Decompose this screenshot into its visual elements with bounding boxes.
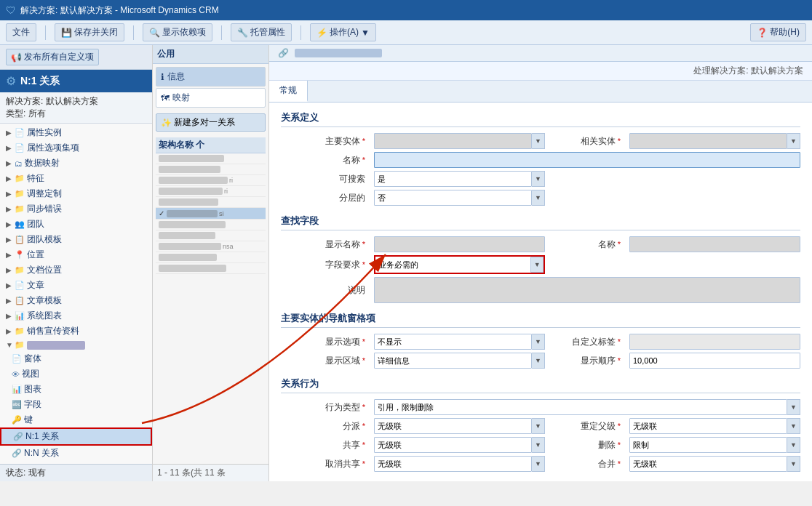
display-order-field[interactable] — [629, 353, 800, 369]
tab-general[interactable]: 常规 — [269, 81, 308, 102]
share-dropdown[interactable]: ▼ — [532, 437, 545, 453]
tree-item-system-charts[interactable]: ▶ 📊 系统图表 — [0, 308, 152, 324]
primary-entity-field[interactable]: ▼ — [374, 133, 545, 149]
list-item[interactable]: nsa — [156, 241, 266, 252]
managed-props-button[interactable]: 🔧 托管属性 — [231, 23, 292, 41]
related-entity-dropdown[interactable]: ▼ — [787, 133, 800, 149]
merge-field[interactable]: ▼ — [629, 456, 800, 472]
assign-field[interactable]: ▼ — [374, 418, 545, 434]
save-close-button[interactable]: 💾 保存并关闭 — [55, 23, 124, 41]
unshare-input[interactable] — [374, 456, 532, 472]
behavior-type-field[interactable]: ▼ — [374, 399, 800, 415]
delete-field[interactable]: ▼ — [629, 437, 800, 453]
searchable-field[interactable]: ▼ — [374, 171, 545, 187]
list-item[interactable] — [156, 153, 266, 164]
merge-dropdown[interactable]: ▼ — [787, 456, 800, 472]
tree-subitem-keys[interactable]: 🔑 键 — [0, 412, 152, 427]
display-area-field[interactable]: ▼ — [374, 353, 545, 369]
assign-input[interactable] — [374, 418, 532, 434]
file-button[interactable]: 文件 — [6, 23, 36, 41]
primary-entity-dropdown[interactable]: ▼ — [532, 133, 545, 149]
publish-button[interactable]: 📢 发布所有自定义项 — [6, 49, 99, 65]
share-field[interactable]: ▼ — [374, 437, 545, 453]
name2-field[interactable] — [629, 236, 800, 252]
list-item[interactable]: ri — [156, 186, 266, 197]
hierarchical-dropdown[interactable]: ▼ — [532, 190, 545, 206]
name-blurred[interactable] — [374, 152, 800, 168]
list-item[interactable] — [156, 220, 266, 230]
tree-item-data-map[interactable]: ▶ 🗂 数据映射 — [0, 156, 152, 171]
display-option-field[interactable]: ▼ — [374, 334, 545, 350]
assign-dropdown[interactable]: ▼ — [532, 418, 545, 434]
tree-subitem-nn-relations[interactable]: 🔗 N:N 关系 — [0, 446, 152, 461]
new-relation-button[interactable]: ✨ 新建多对一关系 — [156, 113, 266, 132]
tree-item-characteristics[interactable]: ▶ 📁 特征 — [0, 171, 152, 186]
display-area-input[interactable] — [374, 353, 532, 369]
field-requirement-input[interactable] — [375, 257, 531, 273]
reassign-dropdown[interactable]: ▼ — [787, 418, 800, 434]
nav-item-info[interactable]: ℹ 信息 — [156, 67, 266, 87]
field-requirement-container[interactable]: ▼ — [374, 255, 545, 274]
list-item[interactable] — [156, 230, 266, 241]
share-input[interactable] — [374, 437, 532, 453]
show-dependency-button[interactable]: 🔍 显示依赖项 — [143, 23, 212, 41]
tree-item-sync-errors[interactable]: ▶ 📁 同步错误 — [0, 201, 152, 217]
tree-item-property-instances[interactable]: ▶ 📄 属性实例 — [0, 125, 152, 140]
tree-subitem-forms[interactable]: 📄 窗体 — [0, 351, 152, 366]
nav-item-mapping[interactable]: 🗺 映射 — [156, 88, 266, 108]
tree-item-property-options[interactable]: ▶ 📄 属性选项集项 — [0, 140, 152, 156]
description-blurred[interactable] — [374, 277, 800, 303]
hierarchical-input[interactable] — [374, 190, 532, 206]
expand-icon: ▶ — [6, 174, 13, 182]
delete-dropdown[interactable]: ▼ — [787, 437, 800, 453]
behavior-type-input[interactable] — [374, 399, 787, 415]
list-item[interactable] — [156, 252, 266, 263]
display-option-input[interactable] — [374, 334, 532, 350]
reassign-field[interactable]: ▼ — [629, 418, 800, 434]
list-item[interactable] — [156, 164, 266, 175]
help-button[interactable]: ❓ 帮助(H) — [750, 23, 806, 41]
searchable-input[interactable] — [374, 171, 532, 187]
list-item[interactable]: ri — [156, 175, 266, 186]
tree-subitem-n1-relations[interactable]: 🔗 N:1 关系 — [0, 427, 152, 446]
item-tag: ri — [229, 177, 233, 184]
display-area-dropdown[interactable]: ▼ — [532, 353, 545, 369]
merge-input[interactable] — [629, 456, 787, 472]
unshare-field[interactable]: ▼ — [374, 456, 545, 472]
field-requirement-dropdown[interactable]: ▼ — [531, 257, 544, 273]
tree-item-entity-group[interactable]: ▼ 📁 — [0, 339, 152, 351]
list-item[interactable] — [156, 197, 266, 208]
related-entity-field[interactable]: ▼ — [629, 133, 800, 149]
actions-button[interactable]: ⚡ 操作(A) ▼ — [310, 23, 376, 41]
tree-subitem-views[interactable]: 👁 视图 — [0, 366, 152, 382]
display-order-input[interactable] — [629, 353, 800, 369]
delete-input[interactable] — [629, 437, 787, 453]
behavior-type-dropdown[interactable]: ▼ — [787, 399, 800, 415]
display-name-field[interactable] — [374, 236, 545, 252]
tree-subitem-charts[interactable]: 📊 图表 — [0, 382, 152, 397]
list-item[interactable] — [156, 263, 266, 274]
tree-item-locations[interactable]: ▶ 📍 位置 — [0, 247, 152, 262]
tree-item-team-templates[interactable]: ▶ 📋 团队模板 — [0, 232, 152, 247]
relation-definition-title: 关系定义 — [281, 111, 800, 127]
tree-label: 销售宣传资料 — [27, 325, 79, 337]
hierarchical-field[interactable]: ▼ — [374, 190, 545, 206]
display-option-dropdown[interactable]: ▼ — [532, 334, 545, 350]
tree-item-article-templates[interactable]: ▶ 📋 文章模板 — [0, 293, 152, 308]
tree-item-sales-materials[interactable]: ▶ 📁 销售宣传资料 — [0, 324, 152, 339]
tree-icon: 📁 — [15, 340, 25, 350]
unshare-dropdown[interactable]: ▼ — [532, 456, 545, 472]
check-icon: ✓ — [159, 209, 164, 217]
tree-item-articles[interactable]: ▶ 📄 文章 — [0, 278, 152, 293]
tree-item-doc-locations[interactable]: ▶ 📁 文档位置 — [0, 262, 152, 278]
tree-item-tuning[interactable]: ▶ 📁 调整定制 — [0, 186, 152, 201]
expand-icon: ▶ — [6, 144, 13, 152]
searchable-dropdown[interactable]: ▼ — [532, 171, 545, 187]
list-item[interactable]: ✓ si — [156, 208, 266, 220]
reassign-input[interactable] — [629, 418, 787, 434]
tree-icon: 🔑 — [12, 415, 22, 425]
window-title: 解决方案: 默认解决方案 - Microsoft Dynamics CRM — [20, 4, 219, 17]
tree-item-teams[interactable]: ▶ 👥 团队 — [0, 217, 152, 232]
tree-subitem-fields[interactable]: 🔤 字段 — [0, 397, 152, 412]
custom-label-field[interactable] — [629, 334, 800, 350]
